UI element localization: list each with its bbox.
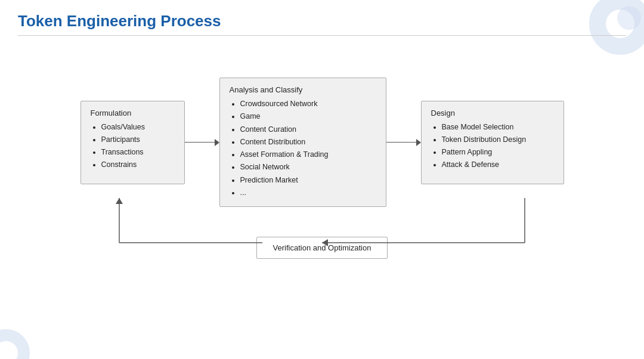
formulation-item-1: Goals/Values	[101, 121, 175, 134]
analysis-item-5: Asset Formation & Trading	[240, 148, 376, 161]
analysis-list: Crowdsourced Network Game Content Curati…	[230, 98, 376, 199]
analysis-item-1: Crowdsourced Network	[240, 98, 376, 110]
svg-marker-8	[116, 198, 123, 204]
design-item-1: Base Model Selection	[442, 121, 554, 134]
formulation-item-3: Transactions	[101, 146, 175, 159]
design-item-2: Token Distribution Design	[442, 134, 554, 146]
formulation-list: Goals/Values Participants Transactions C…	[91, 121, 175, 172]
page-title: Token Engineering Process	[18, 12, 626, 36]
design-box: Design Base Model Selection Token Distri…	[421, 101, 564, 184]
design-title: Design	[431, 109, 554, 117]
top-row: Formulation Goals/Values Participants Tr…	[18, 78, 626, 207]
formulation-box: Formulation Goals/Values Participants Tr…	[80, 101, 185, 184]
arrow-formulation-analysis	[185, 139, 219, 146]
analysis-item-3: Content Curation	[240, 123, 376, 136]
formulation-item-2: Participants	[101, 134, 175, 146]
diagram-area: Formulation Goals/Values Participants Tr…	[18, 60, 626, 335]
arrow-head-1	[215, 139, 219, 146]
formulation-title: Formulation	[91, 109, 175, 117]
svg-marker-5	[322, 239, 328, 246]
arrow-line-1	[185, 142, 215, 143]
arrow-analysis-design	[386, 139, 421, 146]
page-header: Token Engineering Process	[18, 12, 626, 36]
design-list: Base Model Selection Token Distribution …	[431, 121, 554, 172]
design-item-4: Attack & Defense	[442, 159, 554, 171]
analysis-title: Analysis and Classify	[230, 85, 376, 94]
formulation-item-4: Constrains	[101, 159, 175, 171]
svg-point-2	[0, 335, 24, 359]
analysis-item-4: Content Distribution	[240, 136, 376, 148]
arrow-line-2	[386, 142, 416, 143]
arrow-head-2	[416, 139, 421, 146]
analysis-item-7: Prediction Market	[240, 174, 376, 187]
analysis-item-6: Social Network	[240, 161, 376, 174]
analysis-item-2: Game	[240, 110, 376, 123]
bottom-section: Verification and Optimization	[18, 237, 626, 259]
design-item-3: Pattern Appling	[442, 146, 554, 159]
analysis-box: Analysis and Classify Crowdsourced Netwo…	[219, 78, 386, 207]
feedback-arrows-svg	[78, 195, 566, 273]
